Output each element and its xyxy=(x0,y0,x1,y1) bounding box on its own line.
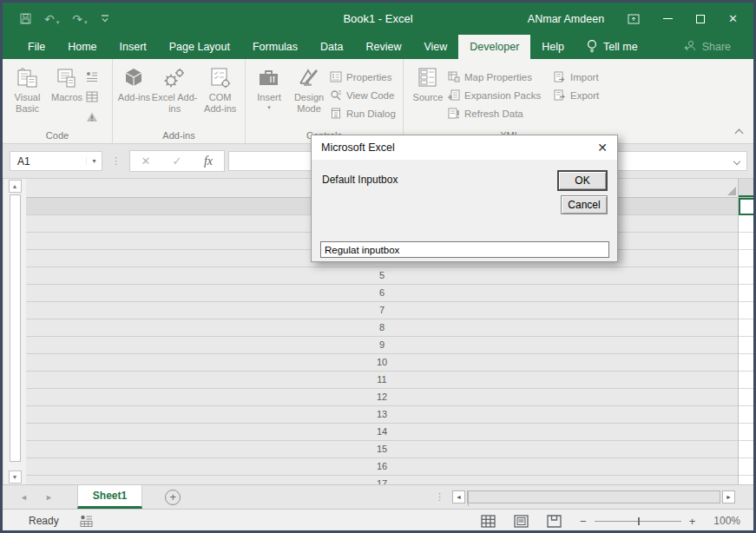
row-header-11[interactable]: 11 xyxy=(26,372,738,389)
customize-quick-access-toolbar-icon[interactable] xyxy=(101,14,109,23)
check-icon[interactable]: ✓ xyxy=(161,155,193,168)
tab-label: Review xyxy=(365,41,401,53)
zoom-level[interactable]: 100% xyxy=(713,515,740,527)
refresh-data-button[interactable]: Refresh Data xyxy=(448,106,554,122)
visual-basic-icon xyxy=(16,64,39,92)
visual-basic-button[interactable]: Visual Basic xyxy=(7,63,48,115)
addins-button[interactable]: Add-ins xyxy=(117,63,151,103)
design-mode-button[interactable]: Design Mode xyxy=(288,63,330,115)
tab-label: Insert xyxy=(120,41,147,53)
formula-buttons: ✕ ✓ fx xyxy=(129,150,225,172)
vertical-scrollbar-thumb[interactable] xyxy=(10,194,21,462)
cells-area[interactable] xyxy=(739,198,753,484)
zoom-in-button[interactable]: + xyxy=(689,515,696,528)
row-header-17[interactable]: 17 xyxy=(26,476,738,484)
tab-page-layout[interactable]: Page Layout xyxy=(158,35,241,59)
properties-label: Properties xyxy=(346,72,391,82)
horizontal-scrollbar-thumb[interactable] xyxy=(468,491,469,506)
row-header-14[interactable]: 14 xyxy=(26,424,738,441)
row-header-5[interactable]: 5 xyxy=(26,267,738,285)
selected-cell-a1[interactable] xyxy=(739,198,753,215)
run-dialog-button[interactable]: Run Dialog xyxy=(330,106,396,122)
scroll-up-icon[interactable]: ▲ xyxy=(9,180,22,193)
minimize-icon[interactable] xyxy=(663,18,673,19)
row-header-7[interactable]: 7 xyxy=(26,302,738,319)
import-button[interactable]: Import xyxy=(554,69,599,85)
maximize-icon[interactable] xyxy=(696,15,705,23)
save-icon[interactable] xyxy=(20,13,31,24)
cancel-button[interactable]: Cancel xyxy=(561,195,608,214)
row-header-10[interactable]: 10 xyxy=(26,354,738,372)
tabbar-drag-handle[interactable]: ⋮ xyxy=(435,491,444,503)
undo-icon[interactable]: ↶▾ xyxy=(44,13,59,25)
zoom-out-button[interactable]: − xyxy=(580,515,587,528)
export-button[interactable]: Export xyxy=(554,88,599,103)
zoom-slider-thumb[interactable] xyxy=(638,517,640,525)
insert-control-button[interactable]: Insert ▾ xyxy=(250,63,288,111)
sheet-tab-sheet1[interactable]: Sheet1 xyxy=(77,485,142,509)
scroll-left-icon[interactable]: ◄ xyxy=(452,490,465,503)
tab-tell-me[interactable]: Tell me xyxy=(575,35,649,59)
record-macro-icon[interactable] xyxy=(86,70,98,86)
refresh-data-icon xyxy=(448,108,460,121)
view-code-button[interactable]: View Code xyxy=(330,88,396,103)
tab-file[interactable]: File xyxy=(16,35,56,59)
tab-data[interactable]: Data xyxy=(309,35,354,59)
map-properties-button[interactable]: Map Properties xyxy=(448,69,554,85)
ribbon-display-options-icon[interactable] xyxy=(628,14,640,24)
row-header-8[interactable]: 8 xyxy=(26,319,738,337)
xml-source-button[interactable]: Source xyxy=(408,63,448,103)
row-header-13[interactable]: 13 xyxy=(26,406,738,424)
collapse-ribbon-chevron-up-icon[interactable] xyxy=(736,130,743,137)
row-header-15[interactable]: 15 xyxy=(26,441,738,458)
dialog-prompt: Default Inputbox xyxy=(322,174,398,186)
map-properties-label: Map Properties xyxy=(464,72,532,82)
x-icon[interactable]: ✕ xyxy=(130,155,161,168)
new-sheet-plus-icon[interactable]: + xyxy=(165,490,181,505)
page-layout-view-icon[interactable] xyxy=(514,515,529,528)
row-header-12[interactable]: 12 xyxy=(26,389,738,406)
tab-formulas[interactable]: Formulas xyxy=(241,35,309,59)
row-header-16[interactable]: 16 xyxy=(26,458,738,476)
tab-view[interactable]: View xyxy=(412,35,458,59)
dropdown-caret-icon[interactable]: ▾ xyxy=(86,157,102,165)
name-box[interactable]: A1 ▾ xyxy=(10,151,102,171)
scroll-right-icon[interactable]: ► xyxy=(722,490,735,503)
expand-formula-bar-chevron-icon[interactable] xyxy=(733,157,740,164)
design-mode-label: Design Mode xyxy=(288,92,330,115)
horizontal-scrollbar[interactable]: ◄ ► xyxy=(452,490,735,503)
row-header-9[interactable]: 9 xyxy=(26,337,738,354)
row-header-6[interactable]: 6 xyxy=(26,285,738,302)
ok-button[interactable]: OK xyxy=(557,170,608,191)
vertical-scrollbar[interactable]: ▲ ▼ xyxy=(3,179,26,484)
user-name[interactable]: ANmar Amdeen xyxy=(528,13,604,25)
macros-button[interactable]: Macros xyxy=(48,63,86,103)
use-relative-references-icon[interactable] xyxy=(86,90,98,106)
share-button[interactable]: Share xyxy=(684,35,753,59)
excel-addins-button[interactable]: Excel Add-ins xyxy=(151,63,198,115)
tab-home[interactable]: Home xyxy=(56,35,108,59)
com-addins-button[interactable]: COM Add-ins xyxy=(198,63,242,115)
formula-bar-drag-handle[interactable]: ⋮ xyxy=(111,155,121,167)
horizontal-scrollbar-track[interactable] xyxy=(467,490,720,503)
next-sheet-icon[interactable]: ► xyxy=(45,493,53,502)
close-icon[interactable]: ✕ xyxy=(728,13,738,24)
close-x-icon[interactable]: ✕ xyxy=(588,141,608,155)
macro-security-warning-icon[interactable] xyxy=(86,110,98,126)
tab-help[interactable]: Help xyxy=(530,35,575,59)
prev-sheet-icon[interactable]: ◄ xyxy=(20,493,28,502)
redo-icon[interactable]: ↷▾ xyxy=(72,13,87,25)
properties-button[interactable]: Properties xyxy=(330,69,396,85)
dialog-text-input[interactable] xyxy=(320,241,609,258)
normal-view-icon[interactable] xyxy=(481,515,496,528)
page-break-preview-icon[interactable] xyxy=(547,515,562,528)
tab-developer[interactable]: Developer xyxy=(458,35,530,59)
expansion-packs-button[interactable]: Expansion Packs xyxy=(448,88,554,103)
zoom-slider[interactable] xyxy=(595,521,681,522)
function-fx-icon[interactable]: fx xyxy=(193,155,224,168)
tab-review[interactable]: Review xyxy=(354,35,412,59)
record-macro-status-icon[interactable] xyxy=(80,515,93,527)
scroll-down-icon[interactable]: ▼ xyxy=(9,470,22,484)
column-header-a[interactable]: A xyxy=(739,179,753,197)
tab-insert[interactable]: Insert xyxy=(108,35,158,59)
